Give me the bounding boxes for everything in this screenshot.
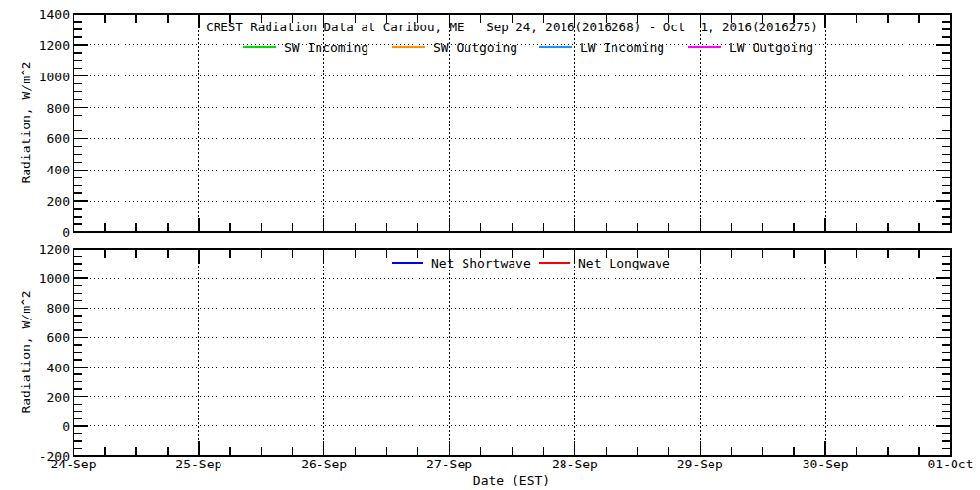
legend-line-lw-outgoing (688, 46, 721, 48)
legend-line-sw-incoming (243, 46, 276, 48)
y-tick-label: 0 (62, 225, 70, 240)
y-tick-label: 1000 (39, 70, 70, 84)
legend-label-net-longwave: Net Longwave (578, 256, 670, 270)
y-tick-label: 600 (47, 131, 70, 146)
legend-line-sw-outgoing (392, 46, 425, 48)
legend-label-lw-incoming: LW Incoming (580, 40, 664, 55)
legend-label-net-shortwave: Net Shortwave (431, 256, 531, 270)
legend-label-sw-outgoing: SW Outgoing (433, 40, 517, 55)
y-tick-label: -200 (39, 449, 70, 464)
x-tick-label: 01-Oct (928, 457, 974, 471)
x-tick-label: 30-Sep (803, 457, 849, 471)
legend-label-sw-incoming: SW Incoming (284, 40, 368, 55)
y-tick-label: 1000 (39, 271, 70, 286)
y-tick-label: 1200 (39, 38, 70, 53)
y-tick-label: 200 (47, 390, 70, 405)
chart-title: CREST Radiation Data at Caribou, ME Sep … (74, 20, 951, 34)
x-tick-label: 25-Sep (175, 457, 221, 471)
legend-line-lw-incoming (539, 46, 572, 48)
y-tick-label: 400 (47, 361, 70, 375)
radiation-chart-page: CREST Radiation Data at Caribou, ME Sep … (0, 0, 980, 490)
y-tick-label: 400 (47, 163, 70, 177)
axes-grid-layer (0, 0, 980, 490)
y-tick-label: 200 (47, 194, 70, 209)
x-tick-label: 28-Sep (552, 457, 598, 471)
legend-label-lw-outgoing: LW Outgoing (729, 40, 813, 55)
legend-line-net-longwave (539, 262, 570, 264)
y-tick-label: 0 (62, 419, 70, 434)
y-tick-label: 800 (47, 101, 70, 116)
y-tick-label: 600 (47, 330, 70, 345)
x-tick-label: 29-Sep (677, 457, 723, 471)
y-tick-label: 1400 (39, 7, 70, 22)
x-axis-title: Date (EST) (473, 473, 550, 488)
bottom-panel-y-axis-title: Radiation, W/m^2 (19, 290, 33, 413)
x-tick-label: 26-Sep (301, 457, 347, 471)
y-tick-label: 1200 (39, 242, 70, 257)
top-panel-y-axis-title: Radiation, W/m^2 (19, 61, 33, 183)
x-tick-label: 27-Sep (426, 457, 472, 471)
y-tick-label: 800 (47, 301, 70, 316)
legend-line-net-shortwave (392, 262, 423, 264)
